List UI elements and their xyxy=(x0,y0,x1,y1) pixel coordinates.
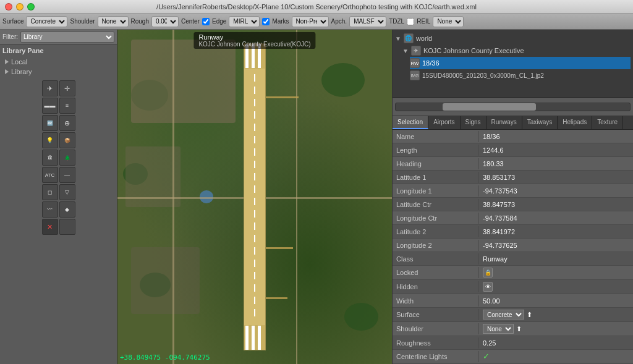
prop-length-value: 1244.6 xyxy=(479,145,633,156)
tdzl-checkbox[interactable] xyxy=(407,18,414,25)
center-label: Center xyxy=(181,18,200,25)
prop-hidden-label: Hidden xyxy=(393,281,479,292)
tool-light-icon[interactable]: 💡 xyxy=(42,132,58,148)
prop-lon2-label: Longitude 2 xyxy=(393,240,479,251)
tab-helipads[interactable]: Helipads xyxy=(558,116,592,129)
tool-facade-icon[interactable]: 🏛 xyxy=(42,150,58,166)
edge-select[interactable]: MIRL xyxy=(229,16,260,27)
shoulder-select[interactable]: None xyxy=(98,16,129,27)
kojc-label: KOJC Johnson County Executive xyxy=(423,47,524,54)
icon-row-9: ✕ xyxy=(42,219,75,235)
map-area[interactable]: Runway KOJC Johnson County Executive(KOJ… xyxy=(117,30,392,364)
tab-selection[interactable]: Selection xyxy=(393,116,428,129)
close-button[interactable] xyxy=(5,3,12,11)
prop-lonctr: Longitude Ctr -94.737584 xyxy=(393,211,633,225)
tab-runways[interactable]: Runways xyxy=(486,116,522,129)
tool-road-icon[interactable]: — xyxy=(59,167,75,183)
taxiway-3 xyxy=(266,297,288,299)
edge-label: Edge xyxy=(212,18,226,25)
shoulder-label: Shoulder xyxy=(70,18,95,25)
prop-length: Length 1244.6 xyxy=(393,143,633,157)
tool-poly-icon[interactable]: ▽ xyxy=(59,184,75,200)
library-item-library[interactable]: Library xyxy=(2,67,114,77)
runway-tree-icon: RW xyxy=(410,58,420,68)
prop-lon2: Longitude 2 -94.737625 xyxy=(393,239,633,252)
hidden-icon-btn[interactable]: 👁 xyxy=(483,282,493,292)
road-vertical-1 xyxy=(172,30,174,364)
tabs-bar: Selection Airports Signs Runways Taxiway… xyxy=(393,116,633,130)
tree-item-kojc[interactable]: ▼ ✈ KOJC Johnson County Executive xyxy=(402,44,631,57)
kojc-icon: ✈ xyxy=(411,46,421,56)
tool-forest-icon[interactable]: 🌲 xyxy=(59,150,75,166)
surface-select[interactable]: Concrete xyxy=(26,16,67,27)
main-area: Filter: Library Library Pane Local Libra… xyxy=(0,30,633,364)
tool-delete-icon[interactable]: ✕ xyxy=(42,219,58,235)
tool-node-icon[interactable]: ◆ xyxy=(59,201,75,218)
center-checkbox[interactable] xyxy=(202,18,210,25)
tool-extra-icon[interactable] xyxy=(59,219,75,235)
tool-obj-icon[interactable]: 📦 xyxy=(59,132,75,148)
prop-roughness-label: Roughness xyxy=(393,337,479,349)
tool-sign-icon[interactable]: 🔤 xyxy=(42,115,58,131)
prop-width: Width 50.00 xyxy=(393,294,633,308)
map-airport-label: KOJC Johnson County Executive(KOJC) xyxy=(198,41,310,48)
prop-surface: Surface Concrete ⬆ xyxy=(393,308,633,322)
tree-item-texture[interactable]: IMG 15SUD480005_201203_0x3000m_CL_1.jp2 xyxy=(410,69,631,82)
prop-heading-value: 180.33 xyxy=(479,158,633,169)
tool-runway-icon[interactable]: ▬▬ xyxy=(42,98,58,114)
tool-marker-icon[interactable]: ⊕ xyxy=(59,115,75,131)
tool-boundary-icon[interactable]: ◻ xyxy=(42,184,58,200)
rough-select[interactable]: 0.00 xyxy=(151,16,179,27)
minimize-button[interactable] xyxy=(16,3,23,11)
shoulder-prop-select[interactable]: None xyxy=(483,324,514,334)
expand-kojc: ▼ xyxy=(402,48,409,54)
prop-shoulder-label: Shoulder xyxy=(393,323,479,334)
texture-label: 15SUD480005_201203_0x3000m_CL_1.jp2 xyxy=(422,72,544,79)
tool-move-icon[interactable]: ✛ xyxy=(59,80,75,96)
world-icon: 🌐 xyxy=(404,33,414,43)
apch-select[interactable]: MALSF xyxy=(349,16,386,27)
tree-item-runway[interactable]: RW 18/36 xyxy=(410,57,631,69)
prop-length-label: Length xyxy=(393,145,479,156)
tool-select-icon[interactable]: ✈ xyxy=(42,80,58,96)
icon-row-6: ATC — xyxy=(42,167,75,183)
tab-taxiways[interactable]: Taxiways xyxy=(522,116,558,129)
tree-item-world[interactable]: ▼ 🌐 world xyxy=(395,32,631,44)
tool-taxiway-icon[interactable]: ≡ xyxy=(59,98,75,114)
prop-locked-label: Locked xyxy=(393,267,479,278)
tool-path-icon[interactable]: 〰 xyxy=(42,201,58,218)
locked-icon-btn[interactable]: 🔒 xyxy=(483,268,493,277)
map-runway-label: Runway xyxy=(198,33,310,41)
window-title: /Users/JenniferRoberts/Desktop/X-Plane 1… xyxy=(156,3,477,11)
tdzl-label: TDZL xyxy=(389,18,404,25)
prop-lat2-label: Latitude 2 xyxy=(393,226,479,237)
expand-icon xyxy=(5,59,9,64)
tab-airports[interactable]: Airports xyxy=(428,116,460,129)
marks-select[interactable]: Non-Pre... xyxy=(292,16,329,27)
tab-signs[interactable]: Signs xyxy=(461,116,486,129)
prop-shoulder-value: None ⬆ xyxy=(479,322,633,336)
tab-texture[interactable]: Texture xyxy=(592,116,623,129)
dist-checkbox[interactable] xyxy=(262,18,270,25)
surface-prop-select[interactable]: Concrete xyxy=(483,310,524,320)
prop-name: Name 18/36 xyxy=(393,130,633,143)
prop-lat1-value: 38.853173 xyxy=(479,172,633,183)
reil-select[interactable]: None xyxy=(433,16,464,27)
expand-world: ▼ xyxy=(395,35,401,42)
icon-row-3: 🔤 ⊕ xyxy=(42,115,75,131)
tool-atc-icon[interactable]: ATC xyxy=(42,167,58,183)
horizontal-scrollbar[interactable] xyxy=(395,103,631,111)
maximize-button[interactable] xyxy=(27,3,35,11)
prop-lat1-label: Latitude 1 xyxy=(393,172,479,183)
right-panel: ▼ 🌐 world ▼ ✈ KOJC Johnson County Execut… xyxy=(392,30,633,364)
runway-threshold-bottom xyxy=(245,326,264,350)
prop-name-value: 18/36 xyxy=(479,131,633,142)
prop-lon1: Longitude 1 -94.737543 xyxy=(393,184,633,198)
prop-hidden-value: 👁 xyxy=(479,280,633,294)
window-controls[interactable] xyxy=(5,3,35,11)
map-buildings-bottom xyxy=(131,247,200,314)
library-item-local[interactable]: Local xyxy=(2,57,114,67)
filter-select[interactable]: Library xyxy=(20,32,114,43)
runway-surface xyxy=(244,43,266,351)
world-tree: ▼ 🌐 world ▼ ✈ KOJC Johnson County Execut… xyxy=(393,30,633,98)
